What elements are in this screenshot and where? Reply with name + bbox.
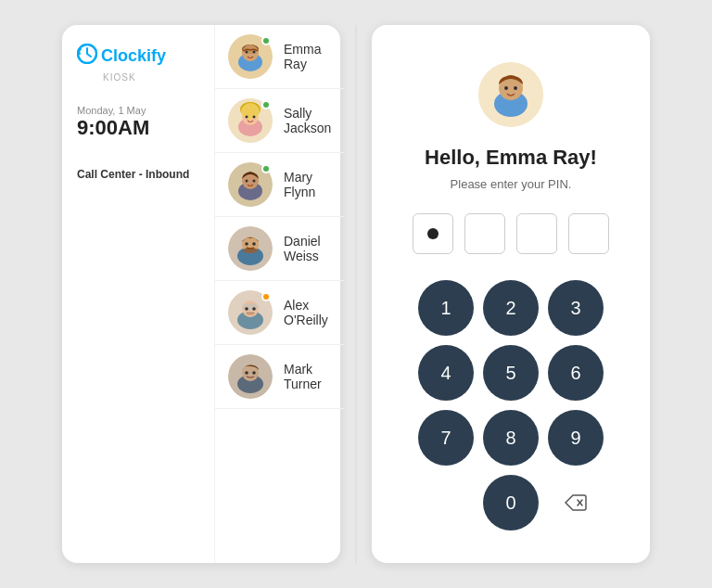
list-item[interactable]: Daniel Weiss — [215, 217, 344, 281]
left-panel: Clockify KIOSK Monday, 1 May 9:00AM Call… — [62, 25, 340, 563]
list-item[interactable]: Mark Turner — [215, 345, 344, 409]
svg-point-20 — [246, 180, 248, 183]
status-indicator — [261, 292, 271, 301]
numpad-key-8[interactable]: 8 — [483, 410, 539, 466]
numpad-key-6[interactable]: 6 — [548, 345, 604, 401]
user-name: Mary Flynn — [284, 170, 331, 199]
svg-point-21 — [253, 180, 256, 183]
numpad-key-7[interactable]: 7 — [418, 410, 474, 466]
list-item[interactable]: Sally Jackson — [215, 89, 344, 153]
avatar-wrap — [228, 226, 273, 271]
status-indicator — [261, 36, 271, 45]
svg-point-43 — [504, 86, 508, 90]
avatar — [228, 226, 273, 271]
pin-slot-1 — [413, 213, 453, 254]
user-name: Sally Jackson — [284, 106, 331, 135]
pin-instruction: Please enter your PIN. — [451, 177, 572, 191]
avatar — [228, 354, 273, 399]
numpad-key-4[interactable]: 4 — [418, 345, 474, 401]
svg-point-44 — [514, 86, 517, 90]
kiosk-label: KIOSK — [103, 72, 136, 83]
list-item[interactable]: Emma Ray — [215, 25, 344, 89]
numpad-key-0[interactable]: 0 — [483, 475, 539, 530]
svg-point-27 — [252, 242, 256, 246]
date-time-display: Monday, 1 May 9:00AM — [77, 105, 149, 140]
avatar-wrap — [228, 98, 273, 143]
pin-slot-4 — [568, 213, 609, 254]
pin-input-display — [413, 213, 609, 254]
svg-point-6 — [246, 51, 248, 54]
greeting-text: Hello, Emma Ray! — [425, 146, 597, 170]
pin-panel: Hello, Emma Ray! Please enter your PIN. … — [372, 25, 650, 563]
numpad-key-3[interactable]: 3 — [548, 280, 604, 336]
status-indicator — [261, 100, 271, 109]
numpad-backspace-button[interactable] — [548, 475, 604, 530]
numpad-key-9[interactable]: 9 — [548, 410, 604, 466]
numpad-key-1[interactable]: 1 — [418, 280, 474, 336]
svg-point-33 — [252, 307, 256, 311]
pin-filled-dot — [427, 228, 439, 239]
numpad-key-2[interactable]: 2 — [483, 280, 539, 336]
svg-point-31 — [242, 303, 259, 311]
pin-slot-2 — [464, 213, 505, 254]
sidebar: Clockify KIOSK Monday, 1 May 9:00AM Call… — [62, 25, 215, 563]
svg-point-38 — [245, 371, 248, 375]
svg-point-16 — [252, 118, 256, 120]
numpad-key-5[interactable]: 5 — [483, 345, 539, 401]
time-display: 9:00AM — [77, 116, 149, 140]
user-name: Alex O'Reilly — [284, 298, 331, 327]
user-name: Mark Turner — [284, 362, 331, 391]
avatar-wrap — [228, 34, 273, 79]
svg-point-26 — [245, 242, 248, 246]
pin-slot-3 — [516, 213, 557, 254]
status-indicator — [261, 164, 271, 173]
user-name: Daniel Weiss — [284, 234, 331, 263]
svg-point-34 — [246, 312, 255, 315]
svg-point-32 — [245, 307, 248, 311]
list-item[interactable]: Mary Flynn — [215, 153, 344, 217]
date-display: Monday, 1 May — [77, 105, 149, 116]
svg-point-15 — [245, 118, 248, 120]
avatar-wrap — [228, 354, 273, 399]
app-container: Clockify KIOSK Monday, 1 May 9:00AM Call… — [44, 6, 668, 582]
logo-area: Clockify — [77, 44, 166, 69]
workspace-label: Call Center - Inbound — [77, 168, 189, 181]
avatar-wrap — [228, 162, 273, 207]
svg-point-39 — [252, 371, 256, 375]
svg-point-7 — [253, 51, 256, 54]
user-name: Emma Ray — [284, 42, 331, 71]
svg-point-12 — [241, 103, 260, 120]
selected-user-avatar — [478, 62, 543, 127]
panel-divider — [355, 25, 357, 563]
list-item[interactable]: Alex O'Reilly — [215, 281, 344, 345]
numpad: 1 2 3 4 5 6 7 8 9 0 — [418, 280, 604, 530]
clockify-logo-icon — [77, 44, 97, 69]
avatar-wrap — [228, 290, 273, 335]
user-list: Emma Ray — [215, 25, 344, 563]
app-name: Clockify — [101, 46, 166, 66]
svg-point-5 — [242, 45, 259, 61]
